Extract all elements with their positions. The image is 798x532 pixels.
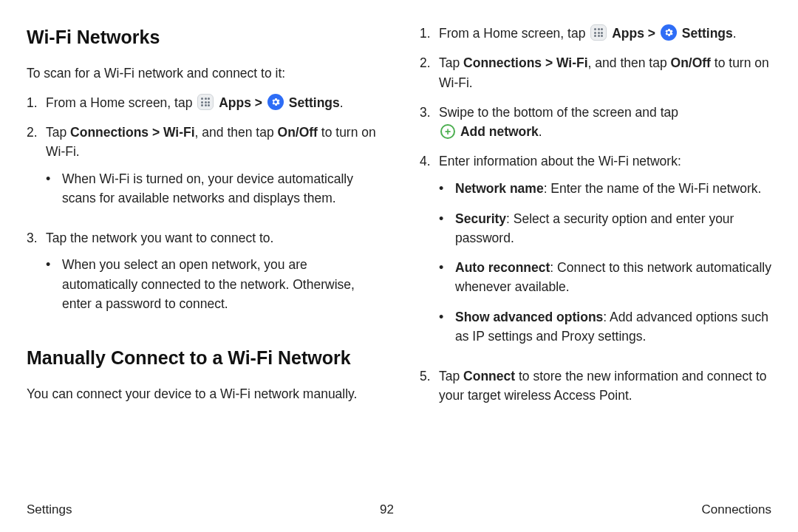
heading-manual-connect: Manually Connect to a Wi-Fi Network [27, 344, 378, 372]
left-step-2: 2. Tap Connections > Wi-Fi, and then tap… [27, 123, 378, 218]
step1-text: From a Home screen, tap [46, 95, 196, 110]
bullet-advanced-options: Show advanced options: Add advanced opti… [439, 307, 771, 347]
bullet-auto-reconnect: Auto reconnect: Connect to this network … [439, 258, 771, 297]
page-footer: Settings 92 Connections [27, 489, 771, 517]
chevron: > [255, 95, 266, 110]
add-icon: + [440, 124, 455, 139]
left-step-3: 3. Tap the network you want to connect t… [27, 228, 378, 324]
left-step-2-sub: When Wi-Fi is turned on, your device aut… [46, 169, 378, 208]
settings-icon [661, 24, 677, 41]
left-step-1: 1. From a Home screen, tap Apps > Settin… [27, 93, 378, 112]
settings-label: Settings [682, 26, 733, 41]
apps-icon [197, 94, 214, 110]
apps-label: Apps [612, 26, 644, 41]
right-step-2: 2. Tap Connections > Wi-Fi, and then tap… [420, 53, 771, 92]
footer-left: Settings [27, 502, 72, 517]
right-step-4: 4. Enter information about the Wi-Fi net… [420, 151, 771, 356]
bullet-security: Security: Select a security option and e… [439, 209, 771, 248]
intro-text: To scan for a Wi-Fi network and connect … [27, 64, 378, 83]
bullet-network-name: Network name: Enter the name of the Wi-F… [439, 179, 771, 199]
apps-icon [590, 24, 607, 41]
right-step-1: 1. From a Home screen, tap Apps > Settin… [420, 24, 771, 43]
right-column: 1. From a Home screen, tap Apps > Settin… [420, 24, 771, 489]
right-step-3: 3. Swipe to the bottom of the screen and… [420, 103, 771, 142]
right-step-5: 5. Tap Connect to store the new informat… [420, 366, 771, 406]
left-step-3-sub: When you select an open network, you are… [46, 255, 378, 313]
settings-icon [267, 94, 284, 110]
heading-wifi-networks: Wi-Fi Networks [27, 24, 378, 52]
chevron: > [648, 26, 659, 41]
apps-label: Apps [219, 95, 251, 110]
add-network-label: Add network [460, 124, 539, 139]
intro2-text: You can connect your device to a Wi-Fi n… [27, 384, 378, 403]
footer-page-number: 92 [380, 502, 394, 517]
footer-right: Connections [701, 502, 771, 517]
settings-label: Settings [289, 95, 340, 110]
left-column: Wi-Fi Networks To scan for a Wi-Fi netwo… [27, 24, 378, 489]
